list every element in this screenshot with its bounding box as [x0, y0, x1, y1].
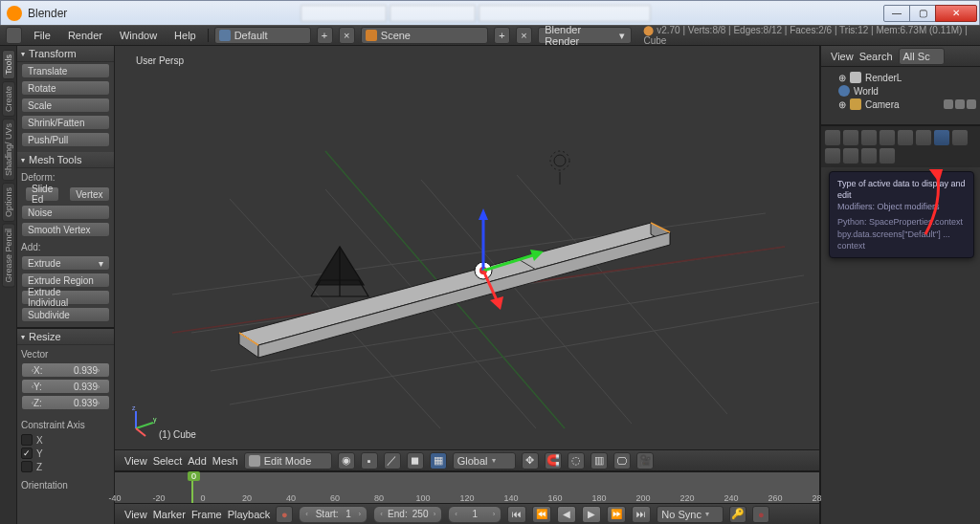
outliner-item-world[interactable]: World	[825, 84, 976, 98]
jump-start-button[interactable]: ⏮	[507, 506, 526, 523]
tab-world[interactable]	[879, 129, 896, 146]
tab-shading-uvs[interactable]: Shading/ UVs	[2, 119, 15, 181]
limit-selection-button[interactable]: ▦	[430, 452, 447, 469]
noise-button[interactable]: Noise	[21, 205, 110, 220]
constraint-x-checkbox[interactable]: X	[21, 434, 110, 446]
keying-set-button[interactable]: 🔑	[729, 506, 746, 523]
extrude-individual-button[interactable]: Extrude Individual	[21, 290, 110, 305]
smooth-vertex-button[interactable]: Smooth Vertex	[21, 222, 110, 237]
3d-viewport[interactable]: User Persp	[115, 46, 819, 470]
menu-help[interactable]: Help	[168, 30, 202, 41]
tl-menu-view[interactable]: View	[124, 509, 147, 520]
panel-transform-header[interactable]: ▾Transform	[17, 46, 114, 62]
panel-mesh-tools-header[interactable]: ▾Mesh Tools	[17, 152, 114, 168]
viewport-shading-button[interactable]: ◉	[338, 452, 355, 469]
tl-menu-playback[interactable]: Playback	[228, 509, 271, 520]
constraint-y-checkbox[interactable]: Y	[21, 448, 110, 459]
add-scene-button[interactable]: +	[494, 27, 510, 44]
last-operator-header[interactable]: ▾Resize	[17, 329, 114, 345]
transform-orientation-dropdown[interactable]: Global▾	[453, 452, 516, 469]
sync-mode-dropdown[interactable]: No Sync▾	[657, 506, 724, 523]
menu-file[interactable]: File	[28, 30, 56, 41]
tab-options[interactable]: Options	[2, 183, 15, 222]
tab-particles[interactable]	[860, 147, 878, 164]
view3d-menu-select[interactable]: Select	[153, 455, 183, 467]
current-frame-field[interactable]: ‹1›	[448, 506, 501, 523]
outliner[interactable]: ⊕RenderL World ⊕Camera	[821, 67, 980, 124]
screen-layout-dropdown[interactable]: Default	[214, 27, 311, 44]
subdivide-button[interactable]: Subdivide	[21, 307, 110, 322]
os-minimize-button[interactable]: —	[883, 5, 910, 22]
play-button[interactable]: ▶	[582, 506, 601, 523]
tl-menu-marker[interactable]: Marker	[153, 509, 186, 520]
mode-dropdown[interactable]: Edit Mode	[244, 452, 332, 469]
remove-layout-button[interactable]: ×	[339, 27, 355, 44]
render-engine-dropdown[interactable]: Blender Render▾	[538, 27, 632, 44]
jump-end-button[interactable]: ⏭	[632, 506, 651, 523]
layers-button[interactable]: ▥	[590, 452, 608, 469]
slide-edge-button[interactable]: Slide Ed	[25, 186, 59, 202]
start-frame-field[interactable]: ‹Start:1›	[299, 506, 368, 523]
extrude-button[interactable]: Extrude▾	[21, 255, 110, 271]
view3d-menu-view[interactable]: View	[124, 455, 147, 467]
record-button[interactable]: ●	[752, 506, 769, 523]
editor-type-icon[interactable]	[6, 27, 22, 44]
scene-dropdown[interactable]: Scene	[361, 27, 488, 44]
view3d-menu-add[interactable]: Add	[188, 455, 207, 467]
outliner-menu-view[interactable]: View	[831, 51, 854, 62]
tab-object[interactable]	[897, 129, 914, 146]
svg-text:z: z	[132, 405, 136, 411]
snap-toggle[interactable]: 🧲	[545, 452, 562, 469]
resize-z-slider[interactable]: ‹Z: 0.939›	[21, 395, 110, 410]
tab-physics[interactable]	[879, 147, 896, 164]
select-edge-button[interactable]: ／	[384, 452, 401, 469]
remove-scene-button[interactable]: ×	[516, 27, 532, 44]
camera-view-button[interactable]: 🎥	[636, 452, 654, 469]
menu-window[interactable]: Window	[114, 30, 163, 41]
timeline-canvas[interactable]: 0 -40-2002040608010012014016018020022024…	[115, 472, 819, 503]
translate-button[interactable]: Translate	[21, 63, 110, 78]
end-frame-field[interactable]: ‹End:250›	[373, 506, 442, 523]
render-preview-button[interactable]: 🖵	[613, 452, 631, 469]
tooltip: Type of active data to display and edit …	[829, 171, 974, 258]
next-key-button[interactable]: ⏩	[607, 506, 626, 523]
tab-tools[interactable]: Tools	[2, 50, 15, 79]
tab-data[interactable]	[951, 129, 969, 146]
tab-constraints[interactable]	[915, 129, 932, 146]
constraint-z-checkbox[interactable]: Z	[21, 461, 110, 472]
play-reverse-button[interactable]: ◀	[557, 506, 576, 523]
shrink-fatten-button[interactable]: Shrink/Fatten	[21, 115, 110, 130]
tl-menu-frame[interactable]: Frame	[191, 509, 222, 520]
outliner-item-camera[interactable]: ⊕Camera	[825, 98, 976, 111]
tab-modifiers[interactable]	[933, 129, 950, 146]
scale-button[interactable]: Scale	[21, 98, 110, 113]
outliner-filter-dropdown[interactable]: All Sc	[899, 48, 945, 65]
view3d-menu-mesh[interactable]: Mesh	[212, 455, 238, 467]
push-pull-button[interactable]: Push/Pull	[21, 132, 110, 147]
tab-material[interactable]	[824, 147, 841, 164]
tab-renderlayers[interactable]	[842, 129, 859, 146]
outliner-menu-search[interactable]: Search	[859, 51, 893, 62]
auto-keyframe-toggle[interactable]: ●	[276, 506, 293, 523]
timeline-tick: -20	[152, 493, 165, 503]
extrude-region-button[interactable]: Extrude Region	[21, 273, 110, 288]
os-maximize-button[interactable]: ▢	[909, 5, 936, 22]
prev-key-button[interactable]: ⏪	[532, 506, 551, 523]
select-vertex-button[interactable]: ▪	[361, 452, 378, 469]
outliner-item-renderlayers[interactable]: ⊕RenderL	[825, 71, 976, 84]
proportional-edit-toggle[interactable]: ◌	[568, 452, 585, 469]
rotate-button[interactable]: Rotate	[21, 80, 110, 96]
tab-texture[interactable]	[842, 147, 859, 164]
tab-create[interactable]: Create	[2, 81, 15, 117]
tab-scene[interactable]	[860, 129, 878, 146]
tab-render[interactable]	[824, 129, 841, 146]
slide-vertex-button[interactable]: Vertex	[69, 186, 109, 202]
os-close-button[interactable]: ✕	[935, 5, 977, 22]
tab-grease-pencil[interactable]: Grease Pencil	[2, 224, 15, 288]
resize-x-slider[interactable]: ‹X: 0.939›	[21, 362, 110, 378]
resize-y-slider[interactable]: ‹Y: 0.939›	[21, 379, 110, 394]
select-face-button[interactable]: ◼	[407, 452, 424, 469]
menu-render[interactable]: Render	[62, 30, 108, 41]
manipulator-toggle[interactable]: ✥	[522, 452, 539, 469]
add-layout-button[interactable]: +	[317, 27, 333, 44]
